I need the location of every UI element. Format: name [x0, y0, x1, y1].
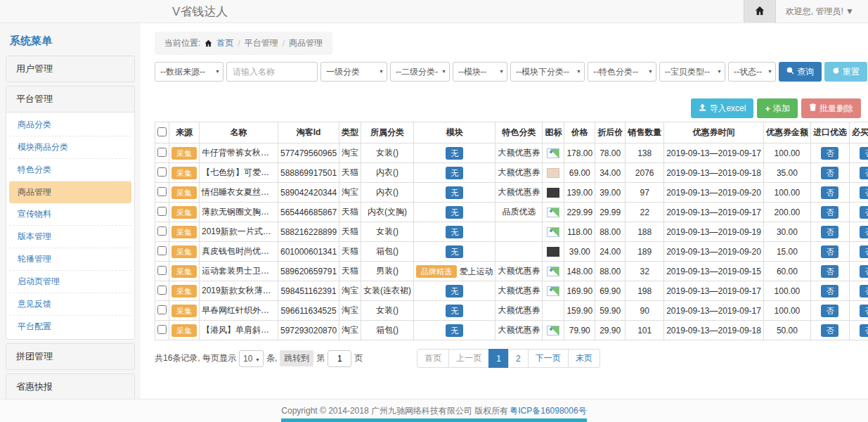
column-header: 淘客Id: [278, 122, 339, 143]
must-buy-toggle[interactable]: 否: [860, 226, 868, 238]
sidebar-subitem[interactable]: 商品管理: [9, 181, 131, 203]
must-buy-toggle[interactable]: 否: [860, 167, 868, 179]
module-badge[interactable]: 品牌精选: [416, 265, 457, 278]
import-select-toggle[interactable]: 否: [821, 147, 838, 160]
must-buy-toggle[interactable]: 否: [860, 245, 868, 258]
row-checkbox[interactable]: [157, 226, 167, 236]
row-checkbox[interactable]: [157, 246, 167, 255]
cell-price: 79.90: [564, 321, 595, 340]
import-select-toggle[interactable]: 否: [821, 285, 838, 298]
home-button[interactable]: [744, 0, 776, 23]
must-buy-toggle[interactable]: 否: [860, 265, 868, 278]
row-checkbox[interactable]: [157, 148, 167, 157]
sidebar-subitem[interactable]: 商品分类: [9, 114, 131, 136]
data-source-select[interactable]: --数据来源--: [155, 62, 224, 82]
import-select-toggle[interactable]: 否: [821, 206, 838, 219]
sidebar-subitem[interactable]: 模块商品分类: [9, 136, 131, 159]
sidebar-subitem[interactable]: 宣传物料: [9, 203, 131, 226]
reset-button-label: 重置: [843, 66, 860, 78]
page-button[interactable]: 首页: [417, 349, 449, 368]
add-button[interactable]: + 添加: [757, 98, 798, 118]
filter-select-5-wrap: --特色分类--▼: [588, 62, 656, 82]
sidebar-subitem[interactable]: 版本管理: [9, 226, 131, 248]
filter-select-7[interactable]: --状态--: [728, 62, 776, 82]
module-badge[interactable]: 无: [446, 285, 463, 298]
sidebar-subitem[interactable]: 特色分类: [9, 159, 131, 181]
select-all-checkbox[interactable]: [157, 127, 167, 136]
import-select-toggle[interactable]: 否: [821, 226, 838, 238]
module-badge[interactable]: 无: [446, 206, 463, 219]
row-checkbox[interactable]: [157, 167, 167, 177]
table-row: 采集牛仔背带裤女秋装减龄...577479560965淘宝女装()无大额优惠券1…: [155, 143, 868, 163]
filter-select-2[interactable]: --二级分类--: [390, 62, 450, 82]
page-button[interactable]: 2: [508, 349, 529, 368]
name-search-input[interactable]: [226, 62, 318, 82]
sidebar-subitem[interactable]: 意见反馈: [9, 293, 131, 316]
filter-select-3[interactable]: --模块--: [453, 62, 507, 82]
cell-coupon-amount: 35.00: [763, 163, 810, 183]
page-button[interactable]: 下一页: [528, 349, 569, 368]
import-select-toggle[interactable]: 否: [821, 186, 838, 199]
must-buy-toggle[interactable]: 否: [860, 324, 868, 337]
icp-link[interactable]: 粤ICP备16098006号: [510, 405, 586, 417]
user-dropdown[interactable]: 欢迎您, 管理员! ▼: [776, 6, 868, 18]
sidebar-subitem[interactable]: 平台配置: [9, 316, 131, 338]
module-badge[interactable]: 无: [446, 147, 463, 160]
cell-discount-price: 88.00: [595, 222, 626, 242]
import-select-toggle[interactable]: 否: [821, 305, 838, 317]
row-checkbox[interactable]: [157, 266, 167, 275]
import-excel-button[interactable]: 导入excel: [691, 98, 753, 118]
header-right: 欢迎您, 管理员! ▼: [744, 0, 868, 23]
cell-icon: [543, 203, 564, 222]
module-badge[interactable]: 无: [446, 186, 463, 199]
page-button[interactable]: 末页: [568, 349, 600, 368]
cell-sales: 189: [626, 242, 664, 262]
module-badge[interactable]: 无: [446, 167, 463, 179]
row-checkbox[interactable]: [157, 286, 167, 295]
search-button-label: 查询: [797, 66, 814, 78]
must-buy-toggle[interactable]: 否: [860, 285, 868, 298]
must-buy-toggle[interactable]: 否: [860, 305, 868, 317]
sidebar-item[interactable]: 省惠快报: [6, 373, 135, 399]
import-select-toggle[interactable]: 否: [821, 245, 838, 258]
cell-sales: 32: [626, 262, 664, 281]
must-buy-toggle[interactable]: 否: [860, 147, 868, 160]
jump-page-input[interactable]: [328, 350, 351, 367]
cell-coupon-amount: 100.00: [763, 143, 810, 163]
import-select-toggle[interactable]: 否: [821, 324, 838, 337]
module-badge[interactable]: 无: [446, 305, 463, 317]
must-buy-toggle[interactable]: 否: [860, 186, 868, 199]
row-checkbox[interactable]: [157, 325, 167, 334]
sidebar-subitem[interactable]: 启动页管理: [9, 271, 131, 293]
sidebar-subitem[interactable]: 轮播管理: [9, 248, 131, 271]
must-buy-toggle[interactable]: 否: [860, 206, 868, 219]
module-badge[interactable]: 无: [446, 245, 463, 258]
cell-source: 采集: [169, 163, 200, 183]
filter-select-5[interactable]: --特色分类--: [588, 62, 656, 82]
breadcrumb-home-link[interactable]: 首页: [216, 37, 233, 49]
sidebar-item[interactable]: 拼团管理: [6, 343, 135, 370]
page-button[interactable]: 上一页: [448, 349, 489, 368]
cell-sales: 97: [626, 183, 664, 203]
module-badge[interactable]: 无: [446, 324, 463, 337]
row-checkbox[interactable]: [157, 207, 167, 216]
filter-select-3-wrap: --模块--▼: [453, 62, 507, 82]
import-select-toggle[interactable]: 否: [821, 265, 838, 278]
filter-select-6[interactable]: --宝贝类型--: [659, 62, 725, 82]
page-button[interactable]: 1: [488, 349, 509, 368]
module-badge[interactable]: 无: [446, 226, 463, 238]
import-select-toggle[interactable]: 否: [821, 167, 838, 179]
sidebar-item[interactable]: 平台管理: [6, 87, 134, 113]
search-button[interactable]: 查询: [779, 62, 822, 82]
reset-button[interactable]: 重置: [824, 62, 867, 82]
row-checkbox[interactable]: [157, 187, 167, 196]
sidebar-item[interactable]: 用户管理: [6, 56, 135, 82]
page-size-select[interactable]: 10: [239, 350, 264, 367]
filter-select-1[interactable]: 一级分类: [320, 62, 387, 82]
row-checkbox[interactable]: [157, 305, 167, 314]
page-size-select-wrap: 10 ▼: [239, 350, 264, 367]
filter-select-4[interactable]: --模块下分类--: [510, 62, 585, 82]
sidebar-submenu: 商品分类模块商品分类特色分类商品管理宣传物料版本管理轮播管理启动页管理意见反馈平…: [6, 113, 134, 339]
batch-delete-button[interactable]: 批量删除: [801, 98, 861, 118]
sidebar: 系统菜单 用户管理平台管理商品分类模块商品分类特色分类商品管理宣传物料版本管理轮…: [0, 23, 141, 399]
